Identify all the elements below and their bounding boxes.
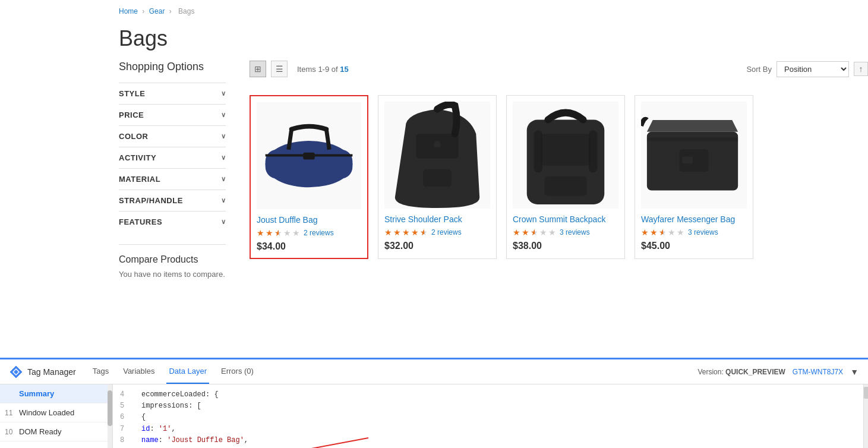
tm-body: Summary 11 Window Loaded 10 DOM Ready 9 …	[0, 384, 868, 448]
filter-chevron-color: ∨	[221, 132, 226, 140]
breadcrumb-sep1: ›	[142, 7, 146, 15]
product-image-3	[513, 102, 618, 209]
product-card-2[interactable]: Strive Shoulder Pack ★★★★ ★ ★ 2 reviews …	[378, 95, 497, 259]
tag-manager-panel: Tag Manager TagsVariablesData LayerError…	[0, 358, 868, 448]
line-content: {	[141, 412, 146, 423]
svg-rect-10	[534, 130, 542, 172]
tm-event-window-loaded[interactable]: 11 Window Loaded	[0, 403, 112, 422]
star-half: ★ ★	[274, 228, 282, 238]
product-name-4[interactable]: Wayfarer Messenger Bag	[641, 214, 747, 224]
list-view-button[interactable]: ☰	[271, 61, 288, 77]
tm-code-content: 4ecommerceLoaded: {5impressions: [6 {7id…	[113, 384, 863, 448]
compare-title: Compare Products	[119, 254, 226, 265]
tm-header: Tag Manager TagsVariablesData LayerError…	[0, 359, 868, 384]
star-filled: ★	[513, 228, 520, 237]
product-image-4	[641, 102, 747, 209]
filter-strap-handle[interactable]: STRAP/HANDLE∨	[119, 190, 226, 211]
product-image-2	[384, 102, 490, 209]
product-card-4[interactable]: Wayfarer Messenger Bag ★★ ★ ★ ★★ 3 revie…	[635, 95, 753, 259]
filter-label-material: MATERIAL	[119, 175, 160, 184]
tm-event-label: DOM Ready	[19, 427, 62, 436]
reviews-link-2[interactable]: 2 reviews	[431, 228, 462, 236]
tm-right-scroll-thumb[interactable]	[864, 387, 868, 399]
tm-event-message[interactable]: 9 Message	[0, 441, 112, 448]
product-stars-1: ★★ ★ ★ ★★ 2 reviews	[257, 228, 361, 238]
page-wrapper: Home › Gear › Bags Bags Shopping Options…	[0, 0, 868, 448]
product-stars-2: ★★★★ ★ ★ 2 reviews	[384, 228, 490, 237]
line-content: ecommerceLoaded: {	[141, 389, 219, 400]
tm-events-list: Summary 11 Window Loaded 10 DOM Ready 9 …	[0, 384, 112, 448]
star-filled: ★	[266, 228, 273, 238]
reviews-link-1[interactable]: 2 reviews	[304, 229, 334, 237]
tm-event-label: Window Loaded	[19, 408, 74, 417]
breadcrumb-gear[interactable]: Gear	[149, 7, 165, 15]
code-line-5: 5impressions: [	[120, 400, 856, 412]
line-number: 6	[120, 412, 134, 423]
product-image-1	[257, 102, 361, 209]
tm-event-dom-ready[interactable]: 10 DOM Ready	[0, 422, 112, 441]
page-title: Bags	[119, 26, 868, 51]
compare-section: Compare Products You have no items to co…	[119, 244, 226, 279]
tm-header-right: Version: QUICK_PREVIEW GTM-WNT8J7X ▼	[697, 367, 858, 377]
grid-view-button[interactable]: ⊞	[250, 61, 266, 77]
tm-expand-icon[interactable]: ▼	[850, 367, 858, 377]
product-card-3[interactable]: Crown Summit Backpack ★★ ★ ★ ★★ 3 review…	[506, 95, 625, 259]
svg-rect-11	[589, 130, 597, 172]
product-stars-4: ★★ ★ ★ ★★ 3 reviews	[641, 228, 747, 237]
sort-direction-button[interactable]: ↑	[854, 62, 868, 76]
compare-empty: You have no items to compare.	[119, 270, 226, 279]
product-stars-3: ★★ ★ ★ ★★ 3 reviews	[513, 228, 618, 237]
star-empty: ★	[292, 228, 300, 238]
filter-material[interactable]: MATERIAL∨	[119, 168, 226, 190]
line-content: name: 'Joust Duffle Bag',	[141, 435, 248, 446]
product-area: ⊞ ☰ Items 1-9 of 15 Sort By Position Pro…	[238, 61, 868, 346]
filter-activity[interactable]: ACTIVITY∨	[119, 147, 226, 168]
tm-nav-data-layer[interactable]: Data Layer	[166, 359, 209, 384]
sort-select[interactable]: Position Product Name Price	[777, 61, 849, 77]
filter-features[interactable]: FEATURES∨	[119, 211, 226, 232]
reviews-link-4[interactable]: 3 reviews	[688, 228, 718, 236]
sort-label: Sort By	[746, 65, 772, 74]
filter-chevron-activity: ∨	[221, 154, 226, 162]
svg-rect-9	[544, 176, 586, 196]
tm-container-id[interactable]: GTM-WNT8J7X	[793, 368, 843, 376]
breadcrumb-home[interactable]: Home	[119, 7, 138, 15]
tm-nav: TagsVariablesData LayerErrors (0)	[90, 359, 256, 384]
toolbar: ⊞ ☰ Items 1-9 of 15 Sort By Position Pro…	[250, 61, 868, 83]
product-card-1[interactable]: Joust Duffle Bag ★★ ★ ★ ★★ 2 reviews $34…	[250, 95, 368, 259]
star-half: ★ ★	[531, 228, 538, 237]
tm-event-summary[interactable]: Summary	[0, 384, 112, 403]
product-name-3[interactable]: Crown Summit Backpack	[513, 214, 618, 224]
breadcrumb-current: Bags	[178, 7, 194, 15]
tm-nav-tags[interactable]: Tags	[90, 359, 111, 384]
filter-label-features: FEATURES	[119, 217, 162, 226]
star-empty: ★	[677, 228, 684, 237]
line-number: 5	[120, 400, 134, 412]
product-name-1[interactable]: Joust Duffle Bag	[257, 215, 361, 225]
code-line-8: 8name: 'Joust Duffle Bag',	[120, 435, 856, 446]
tm-version-value: QUICK_PREVIEW	[725, 368, 785, 376]
tm-logo: Tag Manager	[10, 365, 76, 378]
tm-sidebar-scroll-thumb[interactable]	[108, 390, 112, 426]
line-number: 4	[120, 389, 134, 400]
filter-style[interactable]: STYLE∨	[119, 83, 226, 104]
tm-event-num: 10	[5, 428, 14, 436]
code-line-4: 4ecommerceLoaded: {	[120, 389, 856, 400]
svg-point-6	[434, 141, 441, 148]
star-half: ★ ★	[659, 228, 667, 237]
tm-nav-variables[interactable]: Variables	[121, 359, 157, 384]
filter-price[interactable]: PRICE∨	[119, 104, 226, 125]
tm-right-scrollbar[interactable]	[863, 384, 868, 448]
filter-list: STYLE∨PRICE∨COLOR∨ACTIVITY∨MATERIAL∨STRA…	[119, 83, 226, 232]
filter-color[interactable]: COLOR∨	[119, 125, 226, 147]
reviews-link-3[interactable]: 3 reviews	[560, 228, 590, 236]
tm-sidebar-scrollbar[interactable]	[108, 384, 112, 448]
tm-nav-errors--0-[interactable]: Errors (0)	[219, 359, 256, 384]
star-filled: ★	[522, 228, 529, 237]
svg-rect-8	[541, 134, 590, 165]
star-empty: ★	[668, 228, 676, 237]
product-name-2[interactable]: Strive Shoulder Pack	[384, 214, 490, 224]
page-title-wrap: Bags	[0, 20, 868, 61]
star-filled: ★	[411, 228, 419, 237]
breadcrumb-sep2: ›	[169, 7, 173, 15]
